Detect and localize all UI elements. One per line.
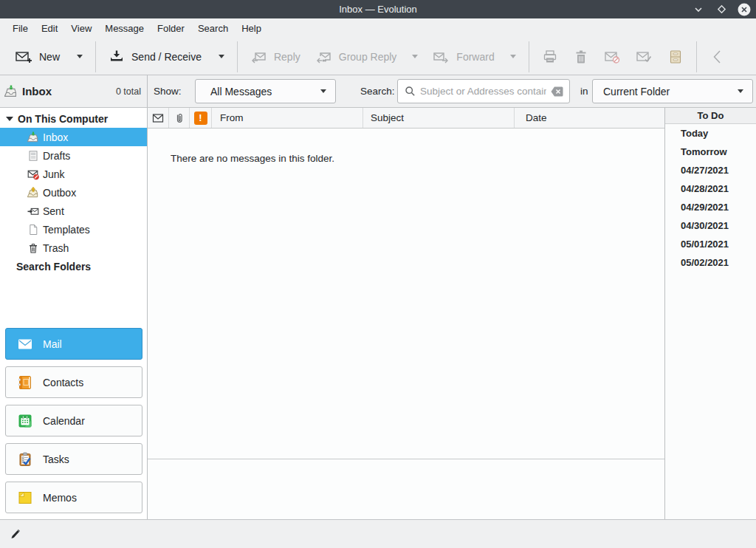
menu-message[interactable]: Message [98, 20, 151, 37]
preview-pane [148, 459, 664, 519]
column-date[interactable]: Date [515, 108, 664, 128]
group-reply-dropdown-arrow-icon [412, 55, 418, 58]
reply-button[interactable]: Reply [243, 43, 308, 71]
search-icon [405, 86, 416, 97]
show-dropdown-value: All Messages [210, 86, 317, 97]
switcher-mail-button[interactable]: Mail [5, 328, 142, 360]
previous-message-button[interactable] [702, 43, 735, 71]
menubar: File Edit View Message Folder Search Hel… [0, 18, 756, 38]
send-receive-button[interactable]: Send / Receive [101, 43, 232, 71]
drafts-icon [27, 150, 39, 162]
new-mail-icon [15, 49, 32, 65]
memos-icon [17, 490, 33, 506]
important-icon: ! [194, 112, 207, 125]
todo-item-tomorrow[interactable]: Tomorrow [665, 143, 756, 161]
sidebar-item-search-folders[interactable]: Search Folders [0, 257, 147, 275]
column-subject[interactable]: Subject [363, 108, 515, 128]
clear-search-icon[interactable] [551, 86, 563, 97]
todo-item-date[interactable]: 05/02/2021 [665, 253, 756, 272]
chevron-left-icon [709, 48, 727, 66]
contacts-icon [17, 374, 33, 391]
maximize-button[interactable] [715, 3, 728, 16]
archive-button[interactable] [660, 43, 691, 71]
search-input[interactable] [420, 86, 546, 97]
menu-folder[interactable]: Folder [151, 20, 191, 37]
menu-search[interactable]: Search [191, 20, 235, 37]
component-switcher: Mail Contacts [5, 328, 142, 520]
pencil-icon [9, 527, 22, 540]
todo-item-date[interactable]: 04/29/2021 [665, 198, 756, 216]
scope-dropdown[interactable]: Current Folder [592, 79, 753, 103]
statusbar [0, 519, 756, 548]
sidebar-item-inbox[interactable]: Inbox [0, 128, 147, 146]
column-read-status[interactable] [148, 108, 169, 128]
menu-view[interactable]: View [64, 20, 98, 37]
column-important[interactable]: ! [190, 108, 212, 128]
toolbar-separator [529, 41, 529, 72]
folder-count: 0 total [116, 86, 141, 97]
templates-icon [27, 224, 39, 236]
todo-item-date[interactable]: 04/28/2021 [665, 179, 756, 198]
forward-button[interactable]: Forward [425, 43, 523, 71]
sidebar-item-trash[interactable]: Trash [0, 239, 147, 257]
folder-header: Inbox 0 total [0, 75, 148, 107]
close-button[interactable] [738, 3, 751, 16]
todo-item-date[interactable]: 04/27/2021 [665, 161, 756, 179]
forward-dropdown-arrow-icon [510, 55, 516, 58]
show-dropdown[interactable]: All Messages [195, 79, 336, 103]
junk-mail-icon [604, 49, 621, 65]
menu-file[interactable]: File [6, 20, 35, 37]
tree-root-on-this-computer[interactable]: On This Computer [0, 110, 147, 128]
inbox-icon [4, 85, 18, 98]
menu-help[interactable]: Help [235, 20, 268, 37]
expander-icon[interactable] [6, 117, 13, 121]
mark-not-junk-button[interactable] [628, 43, 660, 71]
sidebar-item-outbox[interactable]: Outbox [0, 183, 147, 202]
outbox-icon [27, 187, 39, 199]
switcher-tasks-button[interactable]: Tasks [5, 443, 142, 475]
chevron-down-icon [693, 4, 704, 15]
sidebar-item-drafts[interactable]: Drafts [0, 146, 147, 165]
toolbar-separator [237, 41, 238, 72]
send-receive-icon [109, 49, 125, 65]
trash-icon [27, 242, 39, 254]
todo-header: To Do [665, 108, 756, 124]
column-attachment[interactable] [169, 108, 190, 128]
todo-item-today[interactable]: Today [665, 124, 756, 143]
switcher-calendar-button[interactable]: Calendar [5, 405, 142, 436]
new-button[interactable]: New [7, 43, 90, 71]
todo-item-date[interactable]: 04/30/2021 [665, 216, 756, 235]
tasks-icon [17, 451, 33, 467]
todo-item-date[interactable]: 05/01/2021 [665, 235, 756, 253]
scope-dropdown-value: Current Folder [603, 86, 734, 97]
window-title: Inbox — Evolution [339, 4, 417, 15]
column-from[interactable]: From [212, 108, 363, 128]
delete-button[interactable] [566, 43, 597, 71]
titlebar: Inbox — Evolution [0, 0, 756, 18]
not-junk-mail-icon [636, 49, 653, 65]
todo-pane: To Do Today Tomorrow 04/27/2021 04/28/20… [664, 108, 756, 519]
new-dropdown-arrow-icon [77, 55, 83, 58]
group-reply-icon [315, 49, 332, 65]
send-receive-dropdown-arrow-icon [219, 55, 224, 58]
trash-icon [573, 49, 589, 65]
sidebar-item-templates[interactable]: Templates [0, 220, 147, 239]
message-list-pane: ! From Subject Date There are no message… [148, 108, 664, 519]
mail-icon [17, 336, 33, 352]
group-reply-button[interactable]: Group Reply [308, 43, 426, 71]
filter-bar: Show: All Messages Search: in Cur [148, 75, 756, 107]
sidebar-item-sent[interactable]: Sent [0, 202, 147, 220]
subheader: Inbox 0 total Show: All Messages Search: [0, 75, 756, 108]
minimize-button[interactable] [692, 3, 705, 16]
mark-junk-button[interactable] [597, 43, 628, 71]
print-button[interactable] [535, 43, 566, 71]
calendar-icon [17, 413, 33, 429]
window-controls [692, 0, 751, 18]
toolbar-separator [95, 41, 96, 72]
menu-edit[interactable]: Edit [35, 20, 64, 37]
switcher-contacts-button[interactable]: Contacts [5, 366, 142, 398]
dropdown-arrow-icon [320, 89, 326, 93]
toolbar-separator [696, 41, 697, 72]
sidebar-item-junk[interactable]: Junk [0, 165, 147, 183]
switcher-memos-button[interactable]: Memos [5, 482, 142, 513]
